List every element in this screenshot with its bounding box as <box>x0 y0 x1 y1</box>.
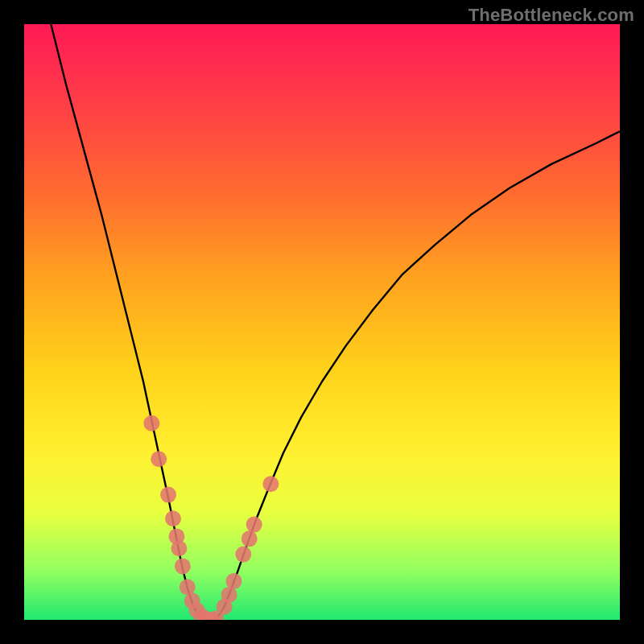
curve-marker <box>262 476 279 492</box>
curve-svg <box>24 24 620 620</box>
series-lines <box>51 24 620 620</box>
curve-marker <box>175 558 191 574</box>
curve-marker <box>143 415 159 431</box>
curve-marker <box>246 517 262 533</box>
curve-marker <box>165 510 181 526</box>
chart-frame: TheBottleneck.com <box>0 0 644 644</box>
curve-marker <box>221 587 237 603</box>
curve-marker <box>235 547 251 563</box>
series-markers <box>143 415 279 620</box>
plot-area <box>24 24 620 620</box>
curve-marker <box>160 487 176 503</box>
curve-marker <box>151 451 167 467</box>
curve-marker <box>225 573 242 589</box>
curve-marker <box>180 579 196 595</box>
bottleneck-curve-path <box>51 24 620 620</box>
watermark-text: TheBottleneck.com <box>469 5 634 26</box>
curve-marker <box>242 530 258 547</box>
curve-marker <box>171 540 187 556</box>
